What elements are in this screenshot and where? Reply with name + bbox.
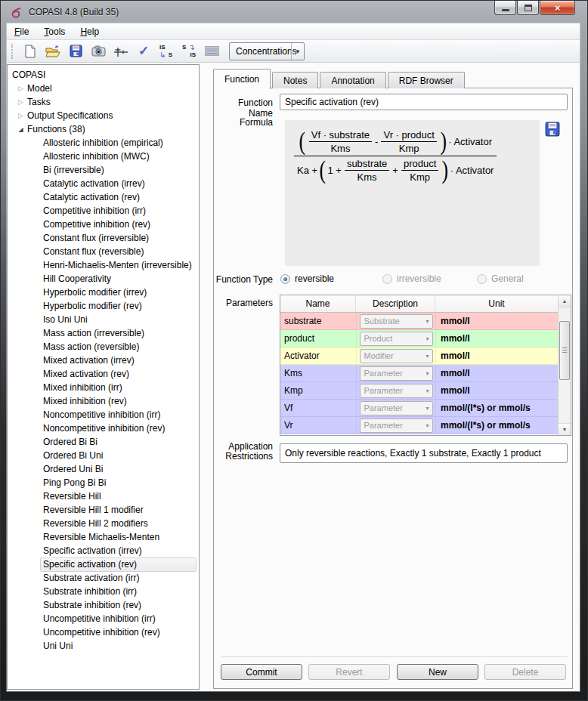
tree-item-function[interactable]: Ping Pong Bi Bi xyxy=(8,476,199,489)
tree-item-function[interactable]: Noncompetitive inhibition (rev) xyxy=(8,422,199,435)
tree-item[interactable]: ▷ Output Specifications xyxy=(8,109,199,122)
parameter-row[interactable]: Kms Parameter ▾ mmol/l xyxy=(280,365,558,382)
tree-item-function[interactable]: Allosteric inhibition (MWC) xyxy=(8,150,199,163)
menu-item[interactable]: File xyxy=(14,26,29,37)
tree-item-function[interactable]: Mixed activation (rev) xyxy=(8,367,199,381)
tree-expander-icon[interactable]: ◢ xyxy=(15,126,26,133)
tree-item[interactable]: ◢ Functions (38) xyxy=(8,122,199,136)
tree-item-function[interactable]: Reversible Hill xyxy=(8,489,199,503)
tree-item-function[interactable]: Substrate inhibition (irr) xyxy=(8,585,199,598)
commit-button[interactable]: Commit xyxy=(221,664,302,680)
tree-item-function[interactable]: Hill Cooperativity xyxy=(8,272,199,286)
table-scrollbar[interactable]: ▲ ▼ xyxy=(558,295,571,435)
toolbar-grip[interactable] xyxy=(11,44,14,59)
parameter-unit-cell[interactable]: mmol/l xyxy=(435,313,558,329)
close-button[interactable]: × xyxy=(540,1,575,15)
tree-item-function[interactable]: Catalytic activation (rev) xyxy=(8,190,199,204)
tree-expander-icon[interactable]: ▷ xyxy=(15,98,26,106)
tree-item-function[interactable]: Reversible Hill 1 modifier xyxy=(8,503,199,517)
scrollbar-thumb[interactable] xyxy=(559,321,570,380)
maximize-button[interactable] xyxy=(517,1,539,15)
parameter-name-cell[interactable]: Activator xyxy=(280,347,356,364)
tree-item-function[interactable]: Hyperbolic modifier (rev) xyxy=(8,299,199,313)
menu-item[interactable]: Tools xyxy=(44,26,65,37)
view-mode-dropdown[interactable]: Concentrations ▾ xyxy=(229,42,305,60)
is-to-s-icon[interactable]: IS ↳ S xyxy=(158,43,175,60)
tree-item-function[interactable]: Catalytic activation (irrev) xyxy=(8,177,199,190)
parameter-row[interactable]: Kmp Parameter ▾ mmol/l xyxy=(280,382,558,400)
capture-icon[interactable] xyxy=(90,43,107,60)
function-name-input[interactable] xyxy=(280,94,568,110)
parameter-row[interactable]: Vf Parameter ▾ mmol/(l*s) or mmol/s xyxy=(280,400,558,417)
parameter-name-cell[interactable]: substrate xyxy=(280,313,356,329)
parameter-name-cell[interactable]: product xyxy=(280,330,356,347)
tree-item-function[interactable]: Hyperbolic modifier (irrev) xyxy=(8,286,199,299)
parameter-unit-cell[interactable]: mmol/(l*s) or mmol/s xyxy=(435,400,558,416)
check-icon[interactable]: ✓ xyxy=(135,43,152,60)
minimize-button[interactable] xyxy=(494,1,516,15)
tree-item-function[interactable]: Ordered Uni Bi xyxy=(8,462,199,476)
tree-item-function[interactable]: Noncompetitive inhibition (irr) xyxy=(8,408,199,422)
tree-item-function[interactable]: Substrate activation (irr) xyxy=(8,571,199,585)
tree-item-function[interactable]: Reversible Hill 2 modifiers xyxy=(8,517,199,530)
column-header-description[interactable]: Description xyxy=(356,295,435,312)
save-formula-button[interactable] xyxy=(545,122,560,137)
s-to-is-icon[interactable]: S ↴ IS xyxy=(181,43,197,60)
open-file-icon[interactable] xyxy=(45,43,61,60)
parameter-unit-cell[interactable]: mmol/l xyxy=(435,365,558,381)
tree-item-function[interactable]: Bi (irreversible) xyxy=(8,163,199,177)
tree-expander-icon[interactable]: ▷ xyxy=(15,112,26,119)
tree-item-function[interactable]: Reversible Michaelis-Menten xyxy=(8,530,199,544)
radio-reversible[interactable]: reversible xyxy=(280,273,334,284)
adjust-icon[interactable] xyxy=(113,43,129,60)
parameter-row[interactable]: Vr Parameter ▾ mmol/(l*s) or mmol/s xyxy=(280,417,558,434)
tab-function[interactable]: Function xyxy=(213,69,271,89)
tree-item-function[interactable]: Mass action (reversible) xyxy=(8,340,199,354)
column-header-name[interactable]: Name xyxy=(280,295,356,312)
tab-rdf-browser[interactable]: RDF Browser xyxy=(388,72,465,88)
parameter-unit-cell[interactable]: mmol/(l*s) or mmol/s xyxy=(435,417,558,434)
tab-annotation[interactable]: Annotation xyxy=(320,72,385,88)
tree-item-function[interactable]: Mass action (irreversible) xyxy=(8,326,199,340)
application-restrictions-input[interactable] xyxy=(280,443,568,463)
new-file-icon[interactable] xyxy=(22,43,39,60)
title-bar[interactable]: COPASI 4.8 (Build 35) × xyxy=(1,1,587,23)
tree-item[interactable]: ▷ Model xyxy=(8,82,199,95)
parameter-unit-cell[interactable]: mmol/l xyxy=(435,382,558,399)
new-button[interactable]: New xyxy=(397,664,478,680)
parameter-row[interactable]: product Product ▾ mmol/l xyxy=(280,330,558,347)
save-icon[interactable] xyxy=(67,43,84,60)
tree-item-function[interactable]: Uncompetitive inhibition (rev) xyxy=(8,625,199,639)
tree-item-function[interactable]: Mixed activation (irrev) xyxy=(8,354,199,367)
column-header-unit[interactable]: Unit xyxy=(435,295,558,312)
parameter-row[interactable]: substrate Substrate ▾ mmol/l xyxy=(280,313,558,330)
tree-item[interactable]: ▷ Tasks xyxy=(8,95,199,109)
tree-item-function[interactable]: Constant flux (reversible) xyxy=(8,245,199,258)
tree-item-function[interactable]: Competitive inhibition (rev) xyxy=(8,218,199,231)
parameter-row[interactable]: Activator Modifier ▾ mmol/l xyxy=(280,347,558,365)
scroll-up-icon[interactable]: ▲ xyxy=(559,295,571,307)
tree-item-function[interactable]: Specific activation (irrev) xyxy=(8,544,199,557)
tree-item-function[interactable]: Iso Uni Uni xyxy=(8,313,199,326)
menu-item[interactable]: Help xyxy=(80,26,99,37)
parameter-name-cell[interactable]: Kmp xyxy=(280,382,356,399)
tree-item-function[interactable]: Specific activation (rev) xyxy=(8,557,199,571)
tree-item-function[interactable]: Uni Uni xyxy=(8,639,199,653)
tree-item-function[interactable]: Mixed inhibition (irr) xyxy=(8,381,199,394)
scroll-down-icon[interactable]: ▼ xyxy=(559,423,571,435)
tree-item-function[interactable]: Competitive inhibition (irr) xyxy=(8,204,199,218)
parameter-name-cell[interactable]: Vf xyxy=(280,400,356,416)
parameter-name-cell[interactable]: Vr xyxy=(280,417,356,434)
parameter-unit-cell[interactable]: mmol/l xyxy=(435,330,558,347)
parameter-name-cell[interactable]: Kms xyxy=(280,365,356,381)
tree-item-function[interactable]: Constant flux (irreversible) xyxy=(8,231,199,245)
tree-item-function[interactable]: Mixed inhibition (rev) xyxy=(8,394,199,408)
tree-item-function[interactable]: Substrate inhibition (rev) xyxy=(8,598,199,612)
tree-item-function[interactable]: Allosteric inhibition (empirical) xyxy=(8,136,199,150)
parameter-unit-cell[interactable]: mmol/l xyxy=(435,347,558,364)
tree-expander-icon[interactable]: ▷ xyxy=(15,85,26,92)
tree-item-copasi-root[interactable]: COPASI xyxy=(8,68,199,82)
tree-item-function[interactable]: Henri-Michaelis-Menten (irreversible) xyxy=(8,258,199,272)
tree-item-function[interactable]: Ordered Bi Bi xyxy=(8,435,199,449)
tree-item-function[interactable]: Uncompetitive inhibition (irr) xyxy=(8,612,199,625)
